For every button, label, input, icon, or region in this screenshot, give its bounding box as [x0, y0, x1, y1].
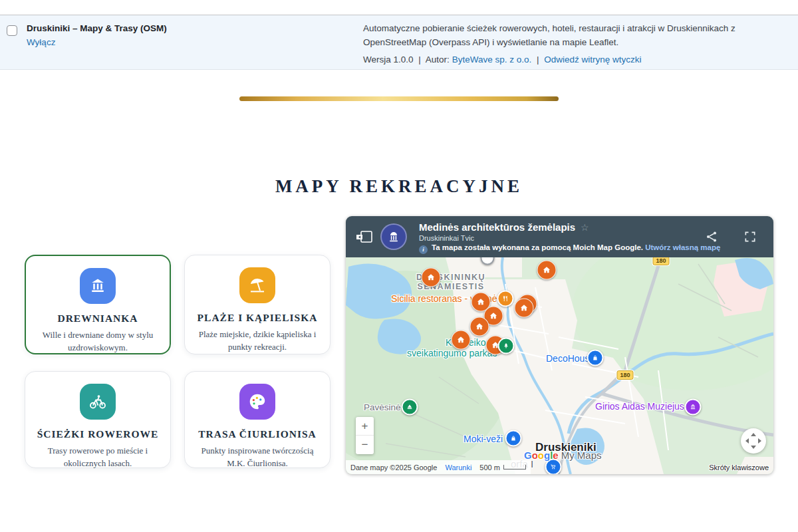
meta-separator: | — [537, 55, 539, 65]
card-sciezki-rowerowe[interactable]: ŚCIEŻKI ROWEROWE Trasy rowerowe po mieśc… — [25, 371, 171, 468]
route-shield: 180 — [652, 257, 669, 265]
google-mymaps-embed: Medinės architektūros žemėlapis☆ Druskin… — [346, 216, 773, 474]
star-icon[interactable]: ☆ — [581, 222, 589, 233]
pan-control[interactable] — [741, 428, 766, 454]
scale-label: 500 m — [479, 464, 500, 471]
card-trasa-ciurlionisa[interactable]: TRASA ČIURLIONISA Punkty inspirowane twó… — [184, 371, 331, 468]
restaurant-marker[interactable] — [497, 291, 514, 307]
map-label: Pavėsinė — [364, 402, 401, 413]
share-icon[interactable] — [705, 230, 718, 243]
map-subtitle: Druskininkai Tvic — [419, 234, 705, 242]
map-title: Medinės architektūros žemėlapis — [419, 221, 575, 233]
card-title: ŚCIEŻKI ROWEROWE — [25, 428, 170, 440]
plugin-author-link[interactable]: ByteWave sp. z o.o. — [452, 55, 532, 65]
tree-marker[interactable] — [498, 338, 515, 354]
section-heading: MAPY REKREACYJNE — [0, 176, 798, 197]
card-title: PLAŻE I KĄPIELISKA — [185, 312, 330, 324]
create-own-map-link[interactable]: Utwórz własną mapę — [645, 243, 720, 251]
map-data-credit: Dane mapy ©2025 Google — [350, 464, 437, 471]
card-title: DREWNIANKA — [26, 313, 170, 325]
card-plaze-i-kapieliska[interactable]: PLAŻE I KĄPIELISKA Plaże miejskie, dziki… — [184, 255, 331, 354]
house-marker[interactable] — [515, 299, 534, 318]
map-attribution: Dane mapy ©2025 Google Warunki 500 m — [346, 460, 531, 474]
google-wordmark: Google — [524, 450, 559, 461]
map-label: sveikatingumo parkas — [407, 348, 497, 358]
pan-down-icon[interactable] — [751, 446, 756, 449]
cart-marker[interactable] — [545, 459, 562, 475]
house-marker[interactable] — [470, 317, 489, 336]
zoom-control: + − — [356, 417, 374, 454]
card-drewnianka[interactable]: DREWNIANKA Wille i drewniane domy w styl… — [25, 255, 171, 354]
card-description: Plaże miejskie, dzikie kąpieliska i punk… — [196, 329, 319, 354]
terms-link[interactable]: Warunki — [445, 464, 471, 471]
plugin-version: Wersja 1.0.0 — [363, 55, 414, 65]
bag-marker[interactable] — [587, 350, 604, 366]
card-description: Trasy rowerowe po mieście i okolicznych … — [36, 445, 160, 470]
cyclist-icon — [80, 384, 116, 420]
keyboard-shortcuts-link[interactable]: Skróty klawiszowe — [709, 464, 769, 471]
card-title: TRASA ČIURLIONISA — [185, 428, 330, 440]
plugin-description: Automatyczne pobieranie ścieżek rowerowy… — [363, 22, 791, 50]
zoom-out-button[interactable]: − — [356, 436, 374, 454]
beach-umbrella-icon — [239, 267, 275, 303]
scale-bar — [503, 465, 526, 469]
pan-left-icon[interactable] — [745, 438, 749, 444]
picnic-marker[interactable] — [402, 399, 418, 416]
mymaps-wordmark: My Maps — [561, 450, 602, 461]
meta-separator: | — [418, 55, 421, 65]
map-header-text: Medinės architektūros žemėlapis☆ Druskin… — [419, 221, 705, 242]
pan-right-icon[interactable] — [758, 438, 761, 444]
plugin-description-column: Automatyczne pobieranie ścieżek rowerowy… — [363, 22, 791, 65]
pan-up-icon[interactable] — [751, 433, 756, 436]
card-description: Punkty inspirowane twórczością M.K. Čiur… — [196, 445, 319, 470]
plugin-title-column: Druskiniki – Mapy & Trasy (OSM) Wyłącz — [27, 23, 346, 48]
museum-icon — [80, 268, 116, 304]
house-marker[interactable] — [422, 268, 441, 287]
info-icon: i — [419, 245, 428, 254]
bag-marker[interactable] — [505, 430, 522, 447]
plugin-row: Druskiniki – Mapy & Trasy (OSM) Wyłącz A… — [0, 15, 798, 70]
zoom-in-button[interactable]: + — [356, 417, 374, 436]
map-label: Moki-veži — [464, 434, 503, 444]
plugin-title: Druskiniki – Mapy & Trasy (OSM) — [27, 23, 346, 33]
map-logo — [380, 223, 407, 250]
house-marker[interactable] — [537, 261, 557, 280]
map-label: Girios Aidas Muziejus — [595, 401, 684, 412]
house-marker[interactable] — [452, 331, 471, 350]
map-info-text: Ta mapa została wykonana za pomocą Moich… — [432, 243, 643, 251]
map-canvas[interactable]: DRUSKININKŲ SENAMIESTISSicilia restorana… — [346, 257, 773, 474]
palette-icon — [239, 384, 275, 420]
fullscreen-icon[interactable] — [743, 230, 757, 243]
plugin-deactivate-link[interactable]: Wyłącz — [27, 37, 55, 47]
plugin-select-checkbox[interactable] — [7, 25, 17, 36]
google-mymaps-logo: GoogleMy Maps — [524, 450, 602, 461]
map-info-bar: iTa mapa została wykonana za pomocą Moic… — [419, 243, 773, 254]
toggle-sidebar-icon[interactable] — [356, 229, 374, 245]
map-label: Sicilia restoranas - v — [391, 293, 475, 304]
map-header: Medinės architektūros žemėlapis☆ Druskin… — [346, 216, 773, 257]
gold-divider — [239, 96, 559, 101]
plugin-meta: Wersja 1.0.0 | Autor: ByteWave sp. z o.o… — [363, 55, 791, 65]
page: { "plugin_row": { "title": "Druskiniki –… — [0, 0, 798, 532]
plugin-site-link[interactable]: Odwiedź witrynę wtyczki — [544, 55, 641, 65]
museum-marker[interactable] — [685, 399, 702, 416]
generic-marker[interactable] — [481, 257, 495, 265]
route-shield: 180 — [616, 370, 633, 380]
plugin-author-label: Autor: — [426, 55, 450, 65]
card-description: Wille i drewniane domy w stylu uzdrowisk… — [37, 329, 159, 354]
